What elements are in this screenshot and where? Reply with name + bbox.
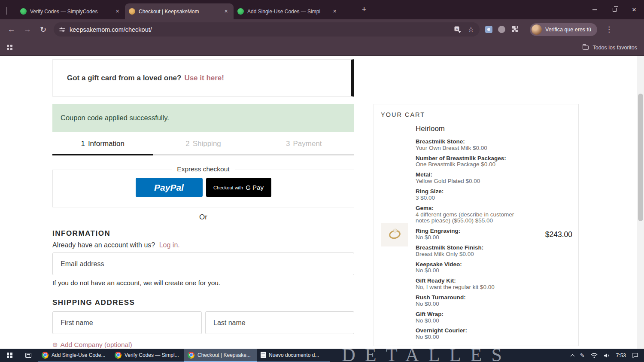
gift-card-banner: Got a gift card from a loved one? Use it… (52, 59, 354, 97)
product-name: Heirloom (416, 125, 528, 133)
cart-option: Ring Size:3 $0.00 (416, 189, 528, 201)
or-divider: Or (52, 213, 354, 222)
last-name-field[interactable] (205, 311, 354, 334)
gpay-brand-label: G Pay (246, 184, 264, 191)
chrome-icon (42, 352, 49, 359)
cart-option: Breastmilk Stone:Your Own Breast Milk $0… (416, 139, 528, 152)
coupon-success-text: Coupon code applied successfully. (61, 114, 169, 122)
site-settings-icon[interactable] (59, 27, 65, 33)
paypal-button[interactable]: PayPal (136, 178, 203, 197)
keepsakemom-favicon-icon (129, 8, 135, 15)
restore-button[interactable] (605, 0, 624, 19)
minimize-icon (592, 9, 597, 10)
tab-title: Verify Codes — SimplyCodes (30, 9, 110, 15)
all-bookmarks-button[interactable]: Todos los favoritos (583, 45, 637, 51)
cart-item-details: Heirloom Breastmilk Stone:Your Own Breas… (416, 125, 528, 344)
gpay-button[interactable]: Checkout with G Pay (206, 178, 271, 197)
cart-option: Metal:Yellow Gold Plated $0.00 (416, 172, 528, 185)
profile-label: Verifica que eres tú (545, 27, 591, 33)
profile-button[interactable]: Verifica que eres tú (530, 23, 597, 36)
translate-icon[interactable]: A (454, 26, 462, 33)
tab-checkout-keepsakemom[interactable]: Checkout | KeepsakeMom × (125, 3, 234, 19)
page-scrollbar-thumb[interactable] (638, 94, 643, 221)
extension-icon-1[interactable] (485, 26, 492, 33)
browser-titlebar: Verify Codes — SimplyCodes × Checkout | … (0, 0, 644, 19)
steps-progress-fill (52, 154, 153, 155)
taskbar-item-add-single-use-codes[interactable]: Add Single-Use Code... (38, 349, 111, 362)
wifi-icon[interactable] (591, 353, 598, 358)
start-button[interactable] (0, 349, 19, 362)
account-note: If you do not have an account, we will c… (52, 279, 220, 287)
step-label: Payment (293, 140, 322, 148)
browser-toolbar: ← → ↻ keepsakemom.com/checkout/ A ☆ (0, 19, 644, 40)
tab-title: Checkout | KeepsakeMom (139, 9, 219, 15)
all-bookmarks-label: Todos los favoritos (592, 45, 637, 51)
tab-search-button[interactable] (6, 7, 10, 11)
cart-option: Breastmilk Stone Finish:Breast Milk Only… (416, 245, 528, 258)
first-name-field[interactable] (52, 311, 202, 334)
step-shipping[interactable]: 2Shipping (153, 135, 253, 152)
taskbar-item-nuevo-documento[interactable]: Nuevo documento d... (257, 349, 330, 362)
system-tray: ✎ 7:53 (565, 349, 644, 362)
add-company-link[interactable]: ⊕ Add Company (optional) (52, 341, 132, 349)
taskbar-item-label: Verify Codes — Simpl... (125, 352, 179, 358)
chrome-icon (115, 352, 122, 359)
shipping-address-heading: SHIPPING ADDRESS (52, 298, 135, 307)
close-window-button[interactable]: × (624, 0, 644, 19)
window-controls: × (585, 0, 644, 19)
cart-item: Heirloom Breastmilk Stone:Your Own Breas… (381, 127, 572, 342)
taskbar-item-verify-codes[interactable]: Verify Codes — Simpl... (111, 349, 184, 362)
apps-grid-icon[interactable] (7, 45, 12, 50)
address-bar[interactable]: keepsakemom.com/checkout/ A ☆ (54, 22, 480, 37)
account-question-line: Already have an account with us? Log in. (52, 241, 180, 249)
notification-center-icon[interactable] (632, 353, 638, 358)
tray-expand-icon[interactable] (570, 354, 574, 358)
windows-logo-icon (7, 353, 12, 358)
extensions-puzzle-icon[interactable] (511, 26, 518, 33)
minimize-button[interactable] (585, 0, 605, 19)
task-view-button[interactable] (19, 349, 38, 362)
new-tab-button[interactable]: + (358, 4, 370, 16)
back-button[interactable]: ← (3, 25, 19, 34)
use-gift-card-link[interactable]: Use it here! (184, 74, 224, 82)
login-link[interactable]: Log in. (159, 241, 180, 249)
svg-text:A: A (456, 27, 458, 31)
coupon-success-banner: Coupon code applied successfully. (52, 104, 354, 132)
taskbar-item-checkout-keepsake[interactable]: Checkout | Keepsake... (184, 349, 257, 362)
toolbar-extensions-area: Verifica que eres tú ⋮ (485, 23, 615, 36)
chrome-icon (188, 352, 194, 359)
cart-item-price: $243.00 (545, 230, 572, 239)
omnibox-icons: A ☆ (454, 26, 474, 33)
bookmark-star-icon[interactable]: ☆ (468, 26, 474, 33)
restore-icon (613, 8, 617, 12)
step-information[interactable]: 1Information (52, 135, 153, 152)
cart-option: Keepsake Video:No $0.00 (416, 262, 528, 274)
email-field[interactable] (52, 252, 354, 275)
taskbar-clock[interactable]: 7:53 (616, 353, 626, 359)
pen-input-icon[interactable]: ✎ (580, 353, 585, 358)
extension-icon-2[interactable] (498, 26, 505, 33)
step-number: 1 (81, 140, 85, 148)
step-payment[interactable]: 3Payment (254, 135, 354, 152)
product-thumbnail (381, 223, 408, 246)
taskbar-item-label: Checkout | Keepsake... (197, 352, 251, 358)
volume-icon[interactable] (604, 353, 610, 358)
profile-avatar (532, 24, 542, 35)
cart-option: Ring Engraving:No $0.00 (416, 228, 528, 241)
taskbar-item-label: Nuevo documento d... (269, 352, 319, 358)
toolbar-separator (524, 25, 524, 34)
reload-button[interactable]: ↻ (35, 25, 51, 34)
chevron-down-icon (6, 7, 6, 15)
checkout-page: Got a gift card from a loved one? Use it… (0, 56, 644, 349)
tab-add-single-use-codes[interactable]: Add Single-Use Codes — Simpl × (234, 3, 342, 19)
forward-button[interactable]: → (19, 25, 35, 34)
close-tab-icon[interactable]: × (331, 8, 338, 15)
windows-taskbar: DETALLES Add Single-Use Code... Verify C… (0, 349, 644, 362)
simplycodes-favicon-icon (20, 8, 27, 15)
tab-verify-codes[interactable]: Verify Codes — SimplyCodes × (16, 3, 125, 19)
close-tab-icon[interactable]: × (222, 8, 230, 15)
browser-menu-kebab-icon[interactable]: ⋮ (603, 25, 615, 34)
page-scrollbar-track[interactable] (637, 56, 644, 349)
desktop: Verify Codes — SimplyCodes × Checkout | … (0, 0, 644, 362)
close-tab-icon[interactable]: × (114, 8, 121, 15)
